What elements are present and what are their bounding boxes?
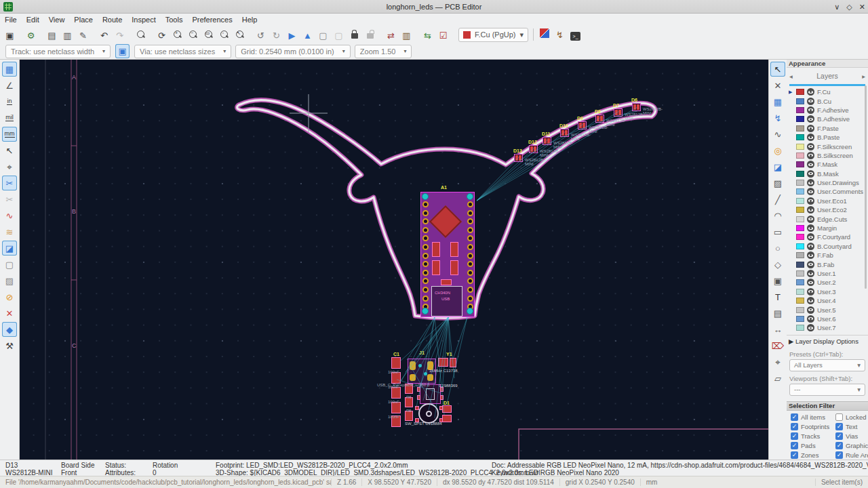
layer-pair-button[interactable] xyxy=(537,26,551,40)
layer-row-B.Adhesive[interactable]: B.Adhesive xyxy=(787,115,868,123)
page-settings-button[interactable]: ▤ xyxy=(45,28,59,43)
layer-visibility-eye-icon[interactable] xyxy=(807,216,814,223)
layer-row-F.Mask[interactable]: F.Mask xyxy=(787,160,868,169)
layer-color-swatch[interactable] xyxy=(796,279,804,285)
maximize-button[interactable]: ◇ xyxy=(846,3,852,12)
redo-button[interactable]: ↷ xyxy=(113,28,127,43)
layer-color-swatch[interactable] xyxy=(796,144,804,150)
layer-visibility-eye-icon[interactable] xyxy=(807,206,814,214)
draw-circle-tool[interactable]: ○ xyxy=(770,241,785,256)
units-inches[interactable]: in xyxy=(2,94,17,109)
layer-visibility-eye-icon[interactable] xyxy=(807,170,814,178)
layer-row-User.6[interactable]: User.6 xyxy=(787,314,868,323)
layer-visibility-eye-icon[interactable] xyxy=(807,243,814,250)
find-button[interactable] xyxy=(134,27,148,41)
origin-tool[interactable]: ⌖ xyxy=(770,354,785,369)
zoom-dropdown[interactable]: Zoom 1.50▾ xyxy=(355,45,412,58)
checkbox[interactable]: ✓ xyxy=(791,432,798,440)
menu-inspect[interactable]: Inspect xyxy=(127,15,160,24)
units-mils[interactable]: mil xyxy=(2,110,17,125)
lock-button[interactable] xyxy=(347,26,361,41)
layer-row-User.Comments[interactable]: User.Comments xyxy=(787,187,868,196)
fullscreen-cursor-toggle[interactable]: ⌖ xyxy=(2,159,17,174)
presets-dropdown[interactable]: All Layers▾ xyxy=(789,359,865,371)
filter-rule-areas[interactable]: ✓Rule Areas xyxy=(835,451,868,459)
layer-visibility-eye-icon[interactable] xyxy=(807,152,814,159)
layer-row-F.Fab[interactable]: F.Fab xyxy=(787,251,868,260)
checkbox[interactable]: ✓ xyxy=(791,413,798,421)
layer-row-User.4[interactable]: User.4 xyxy=(787,296,868,305)
dimension-tool[interactable]: ↔ xyxy=(770,322,785,337)
place-text-tool[interactable]: T xyxy=(770,289,785,304)
minimize-button[interactable]: ∨ xyxy=(834,3,840,12)
zoom-selection-button[interactable]: ↖ xyxy=(233,27,247,41)
filter-all-items[interactable]: ✓All items xyxy=(791,413,835,421)
filter-footprints[interactable]: ✓Footprints xyxy=(791,423,835,430)
layer-color-swatch[interactable] xyxy=(796,116,804,122)
board-setup-button[interactable]: ⚙ xyxy=(24,28,38,43)
layer-visibility-eye-icon[interactable] xyxy=(807,261,814,268)
grid-dropdown[interactable]: Grid: 0.2540 mm (0.0100 in)▾ xyxy=(235,45,351,58)
layer-color-swatch[interactable] xyxy=(796,270,804,277)
layer-visibility-eye-icon[interactable] xyxy=(807,224,814,232)
panel-scrollbar[interactable] xyxy=(865,85,867,289)
checkbox[interactable]: ✓ xyxy=(835,423,843,430)
cursor-style-toggle[interactable]: ↖ xyxy=(2,143,17,158)
auto-track-width-toggle[interactable]: ▣ xyxy=(115,44,130,58)
layer-color-swatch[interactable] xyxy=(796,161,804,167)
layer-visibility-eye-icon[interactable] xyxy=(807,197,814,205)
layer-visibility-eye-icon[interactable] xyxy=(807,251,814,259)
refresh-button[interactable]: ⟳ xyxy=(155,28,169,43)
layer-row-User.1[interactable]: User.1 xyxy=(787,269,868,278)
layer-visibility-eye-icon[interactable] xyxy=(807,134,814,141)
layer-row-B.Fab[interactable]: B.Fab xyxy=(787,260,868,268)
menu-route[interactable]: Route xyxy=(98,15,127,24)
layer-color-swatch[interactable] xyxy=(796,225,804,231)
layer-color-swatch[interactable] xyxy=(796,180,804,186)
zone-outline-toggle[interactable]: ▢ xyxy=(2,257,17,272)
layer-visibility-eye-icon[interactable] xyxy=(807,279,814,286)
filter-zones[interactable]: ✓Zones xyxy=(791,451,835,459)
drc-button[interactable]: ☑ xyxy=(436,28,450,43)
hide-ratsnest-toggle[interactable]: ✂ xyxy=(2,192,17,207)
layer-row-User.3[interactable]: User.3 xyxy=(787,287,868,296)
menu-help[interactable]: Help xyxy=(237,15,262,24)
net-highlight-toggle[interactable]: ≋ xyxy=(2,224,17,239)
select-tool[interactable]: ↖ xyxy=(770,62,785,77)
layer-color-swatch[interactable] xyxy=(796,262,804,268)
layer-row-Margin[interactable]: Margin xyxy=(787,224,868,232)
zoom-out-button[interactable]: − xyxy=(186,27,200,41)
layer-visibility-eye-icon[interactable] xyxy=(807,88,814,96)
appearance-panel-toggle[interactable]: ◆ xyxy=(2,322,17,337)
via-display-toggle[interactable]: ⊘ xyxy=(2,289,17,304)
layer-row-B.Cu[interactable]: B.Cu xyxy=(787,96,868,105)
scripting-console-button[interactable]: >_ xyxy=(568,29,583,43)
draw-rectangle-tool[interactable]: ▭ xyxy=(770,224,785,239)
layer-color-swatch[interactable] xyxy=(796,198,804,204)
layer-row-User.2[interactable]: User.2 xyxy=(787,278,868,287)
layer-color-swatch[interactable] xyxy=(796,171,804,177)
checkbox[interactable] xyxy=(835,413,843,421)
filter-locked-items[interactable]: Locked items xyxy=(835,413,868,421)
rotate-cw-button[interactable]: ↻ xyxy=(269,28,283,43)
zone-display-toggle[interactable]: ◪ xyxy=(2,241,17,256)
layer-color-swatch[interactable] xyxy=(796,216,804,222)
layer-row-User.Eco2[interactable]: User.Eco2 xyxy=(787,205,868,214)
layer-color-swatch[interactable] xyxy=(796,134,804,140)
place-image-tool[interactable]: ▣ xyxy=(770,273,785,288)
layer-visibility-eye-icon[interactable] xyxy=(807,270,814,277)
filter-graphics[interactable]: ✓Graphics xyxy=(835,442,868,449)
checkbox[interactable]: ✓ xyxy=(791,423,798,430)
properties-panel-toggle[interactable]: ⚒ xyxy=(2,338,17,353)
layer-color-swatch[interactable] xyxy=(796,152,804,159)
layer-row-User.Eco1[interactable]: User.Eco1 xyxy=(787,197,868,205)
layer-visibility-eye-icon[interactable] xyxy=(807,143,814,150)
layer-visibility-eye-icon[interactable] xyxy=(807,161,814,168)
layer-color-swatch[interactable] xyxy=(796,107,804,113)
grid-toggle[interactable]: ▦ xyxy=(2,62,17,77)
local-ratsnest-tool[interactable]: ✕ xyxy=(770,78,785,93)
measure-tool[interactable]: ▱ xyxy=(770,371,785,386)
layer-row-User.5[interactable]: User.5 xyxy=(787,305,868,314)
ungroup-button[interactable]: ▢ xyxy=(332,28,346,43)
menu-file[interactable]: File xyxy=(0,15,22,24)
